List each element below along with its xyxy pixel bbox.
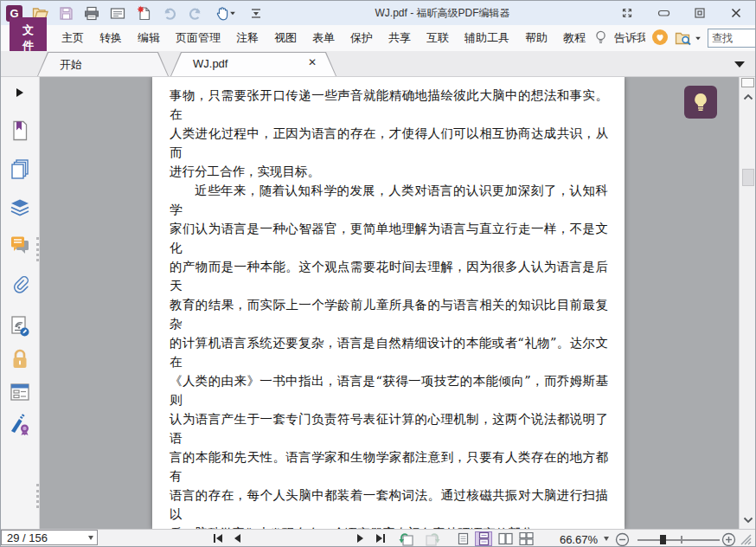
close-button[interactable] bbox=[729, 6, 743, 20]
lightbulb-icon bbox=[593, 29, 608, 45]
favorite-heart-icon bbox=[651, 29, 669, 46]
scroll-up-button[interactable] bbox=[743, 90, 753, 103]
page-number-input[interactable]: 29 / 156 bbox=[1, 530, 98, 545]
hand-tool-button[interactable] bbox=[213, 4, 239, 22]
customize-toolbar-button[interactable] bbox=[247, 4, 265, 22]
vertical-scrollbar[interactable] bbox=[739, 77, 756, 529]
facing-pages-view-button[interactable] bbox=[497, 531, 514, 546]
bookmarks-icon bbox=[11, 120, 29, 141]
search-input[interactable] bbox=[708, 32, 756, 44]
sidebar-divider-dots bbox=[36, 484, 39, 508]
zoom-level-value[interactable]: 66.67% bbox=[544, 533, 598, 546]
next-view-icon bbox=[425, 532, 440, 546]
zoom-out-button[interactable] bbox=[615, 532, 630, 547]
zoom-slider-handle[interactable] bbox=[660, 535, 666, 544]
document-text-line: 教育的结果，而实际上一个学龄前儿童所具备的与语言相关的知识比目前最复杂 bbox=[170, 295, 608, 333]
page-thumbnails-icon bbox=[10, 158, 29, 179]
menu-item-10[interactable]: 辅助工具 bbox=[457, 30, 517, 46]
prev-page-icon bbox=[232, 532, 242, 544]
tab-start-label: 开始 bbox=[60, 57, 82, 73]
next-page-button[interactable] bbox=[356, 532, 366, 544]
arrange-windows-button[interactable] bbox=[620, 6, 634, 20]
layers-icon bbox=[10, 196, 30, 217]
save-button[interactable] bbox=[57, 4, 74, 22]
document-canvas[interactable]: 事物，只需要张开口传递一些声音就能精确地描绘彼此大脑中的想法和事实。在人类进化过… bbox=[40, 77, 756, 529]
security-panel-button[interactable] bbox=[1, 345, 39, 373]
scroll-down-button[interactable] bbox=[743, 513, 753, 526]
resize-grip[interactable] bbox=[739, 532, 752, 545]
previous-view-button[interactable] bbox=[399, 532, 414, 546]
menu-item-7[interactable]: 保护 bbox=[343, 30, 381, 46]
prev-page-button[interactable] bbox=[232, 532, 242, 544]
first-page-button[interactable] bbox=[212, 532, 224, 544]
menu-item-8[interactable]: 共享 bbox=[381, 30, 419, 46]
zoom-in-button[interactable] bbox=[721, 532, 736, 547]
comments-panel-button[interactable] bbox=[1, 231, 39, 259]
tip-lightbulb-button[interactable] bbox=[593, 29, 608, 48]
continuous-view-button[interactable] bbox=[475, 531, 492, 546]
scrollbar-split-handle[interactable] bbox=[741, 78, 754, 87]
comments-icon bbox=[10, 235, 30, 254]
last-page-button[interactable] bbox=[375, 532, 387, 544]
zoom-slider-track[interactable] bbox=[637, 539, 720, 541]
minimize-button[interactable] bbox=[657, 6, 670, 20]
email-button[interactable] bbox=[109, 4, 126, 22]
tab-close-icon[interactable]: ✕ bbox=[305, 56, 319, 68]
single-page-view-button[interactable] bbox=[454, 531, 471, 546]
page-number-value: 29 / 156 bbox=[7, 531, 48, 544]
undo-button[interactable] bbox=[161, 4, 178, 22]
favorite-button[interactable] bbox=[651, 29, 669, 48]
document-text-line: 《人类的由来》一书中指出，语言是“获得一项技艺的本能倾向”，而乔姆斯基则 bbox=[170, 371, 608, 409]
zoom-dropdown-icon[interactable] bbox=[604, 537, 609, 541]
menu-items: 主页转换编辑页面管理注释视图表单保护共享互联辅助工具帮助教程 bbox=[54, 30, 593, 46]
redo-icon bbox=[188, 6, 203, 21]
redo-button[interactable] bbox=[187, 4, 204, 22]
maximize-button[interactable] bbox=[693, 6, 707, 20]
menu-item-9[interactable]: 互联 bbox=[419, 30, 457, 46]
menu-item-4[interactable]: 注释 bbox=[228, 30, 266, 46]
menu-item-11[interactable]: 帮助 bbox=[517, 30, 555, 46]
menu-item-1[interactable]: 转换 bbox=[92, 30, 130, 46]
menu-item-6[interactable]: 表单 bbox=[304, 30, 343, 46]
digital-signature-panel-button[interactable] bbox=[1, 411, 39, 439]
create-pdf-icon bbox=[137, 5, 151, 21]
form-fields-panel-button[interactable] bbox=[1, 378, 39, 406]
folder-search-button[interactable] bbox=[675, 31, 702, 46]
tab-list-dropdown-icon[interactable] bbox=[734, 61, 745, 68]
next-view-button[interactable] bbox=[425, 532, 440, 546]
layers-panel-button[interactable] bbox=[1, 193, 39, 221]
menu-item-5[interactable]: 视图 bbox=[266, 30, 304, 46]
menu-item-3[interactable]: 页面管理 bbox=[168, 30, 228, 46]
menu-item-0[interactable]: 主页 bbox=[54, 30, 92, 46]
continuous-facing-view-button[interactable] bbox=[517, 531, 535, 546]
tab-start[interactable]: 开始 bbox=[37, 52, 169, 76]
navigation-sidebar bbox=[1, 77, 40, 529]
save-icon bbox=[59, 6, 74, 21]
statusbar: 29 / 156 bbox=[1, 529, 756, 547]
tab-document-label: WJ.pdf bbox=[193, 57, 227, 70]
pdf-page[interactable]: 事物，只需要张开口传递一些声音就能精确地描绘彼此大脑中的想法和事实。在人类进化过… bbox=[152, 77, 625, 529]
tell-me-button[interactable]: 告诉我 bbox=[614, 30, 645, 46]
pages-panel-button[interactable] bbox=[1, 155, 39, 183]
scrollbar-thumb[interactable] bbox=[742, 169, 754, 186]
signature-fields-panel-button[interactable] bbox=[1, 312, 39, 340]
expand-panel-button[interactable] bbox=[1, 79, 39, 106]
page-text: 事物，只需要张开口传递一些声音就能精确地描绘彼此大脑中的想法和事实。在人类进化过… bbox=[170, 86, 608, 529]
menu-item-12[interactable]: 教程 bbox=[555, 30, 593, 46]
document-text-line: 人类进化过程中，正因为语言的存在，才使得人们可以相互协商达成共识，从而 bbox=[170, 124, 608, 162]
print-button[interactable] bbox=[83, 4, 100, 22]
menu-item-2[interactable]: 编辑 bbox=[130, 30, 168, 46]
customize-toolbar-icon bbox=[250, 7, 262, 19]
continuous-facing-icon bbox=[519, 532, 534, 545]
create-pdf-button[interactable] bbox=[135, 4, 152, 22]
bookmarks-panel-button[interactable] bbox=[1, 117, 39, 145]
assistant-button[interactable] bbox=[684, 86, 717, 119]
tab-document[interactable]: WJ.pdf ✕ bbox=[170, 52, 336, 76]
attachments-panel-button[interactable] bbox=[1, 271, 39, 299]
lightbulb-icon bbox=[691, 92, 710, 113]
email-icon bbox=[110, 7, 125, 20]
expand-panel-icon bbox=[16, 87, 24, 98]
zoom-in-icon bbox=[721, 532, 736, 547]
document-text-line: 的计算机语言系统还要复杂，语言是自然精细设计的本能或者“礼物”。达尔文在 bbox=[170, 333, 608, 371]
maximize-icon bbox=[694, 7, 706, 19]
